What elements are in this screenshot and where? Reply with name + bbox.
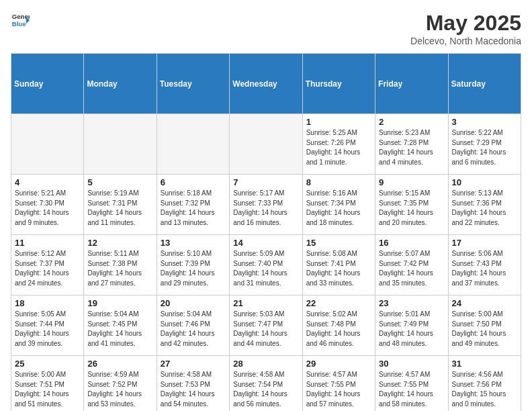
day-number: 12 bbox=[87, 238, 152, 248]
calendar-cell bbox=[230, 114, 302, 175]
calendar-cell: 30Sunrise: 4:57 AM Sunset: 7:55 PM Dayli… bbox=[375, 356, 448, 412]
calendar-cell: 18Sunrise: 5:05 AM Sunset: 7:44 PM Dayli… bbox=[11, 295, 84, 356]
logo-icon: General Blue bbox=[11, 11, 30, 30]
calendar-week-row: 18Sunrise: 5:05 AM Sunset: 7:44 PM Dayli… bbox=[11, 295, 521, 356]
calendar-week-row: 11Sunrise: 5:12 AM Sunset: 7:37 PM Dayli… bbox=[11, 235, 521, 295]
day-number: 5 bbox=[87, 177, 152, 187]
day-info: Sunrise: 5:11 AM Sunset: 7:38 PM Dayligh… bbox=[87, 249, 152, 288]
day-number: 26 bbox=[87, 359, 152, 369]
day-info: Sunrise: 4:58 AM Sunset: 7:54 PM Dayligh… bbox=[233, 370, 298, 409]
svg-text:Blue: Blue bbox=[12, 20, 26, 28]
calendar-cell: 1Sunrise: 5:25 AM Sunset: 7:26 PM Daylig… bbox=[302, 114, 375, 175]
day-info: Sunrise: 5:15 AM Sunset: 7:35 PM Dayligh… bbox=[379, 189, 444, 228]
day-info: Sunrise: 5:13 AM Sunset: 7:36 PM Dayligh… bbox=[452, 189, 517, 228]
day-header: Monday bbox=[84, 54, 157, 114]
day-info: Sunrise: 4:57 AM Sunset: 7:55 PM Dayligh… bbox=[306, 370, 371, 409]
day-number: 9 bbox=[379, 177, 444, 187]
calendar-cell: 2Sunrise: 5:23 AM Sunset: 7:28 PM Daylig… bbox=[375, 114, 448, 175]
calendar-cell: 11Sunrise: 5:12 AM Sunset: 7:37 PM Dayli… bbox=[11, 235, 84, 295]
calendar-cell: 23Sunrise: 5:01 AM Sunset: 7:49 PM Dayli… bbox=[375, 295, 448, 356]
calendar-week-row: 4Sunrise: 5:21 AM Sunset: 7:30 PM Daylig… bbox=[11, 175, 521, 235]
day-info: Sunrise: 4:56 AM Sunset: 7:56 PM Dayligh… bbox=[452, 370, 517, 409]
calendar-cell bbox=[84, 114, 157, 175]
day-info: Sunrise: 5:06 AM Sunset: 7:43 PM Dayligh… bbox=[452, 249, 517, 288]
day-number: 20 bbox=[161, 298, 226, 308]
day-info: Sunrise: 5:07 AM Sunset: 7:42 PM Dayligh… bbox=[379, 249, 444, 288]
day-number: 18 bbox=[15, 298, 80, 308]
day-number: 13 bbox=[161, 238, 226, 248]
day-number: 17 bbox=[452, 238, 517, 248]
day-number: 28 bbox=[233, 359, 298, 369]
calendar-cell: 6Sunrise: 5:18 AM Sunset: 7:32 PM Daylig… bbox=[157, 175, 229, 235]
day-info: Sunrise: 5:12 AM Sunset: 7:37 PM Dayligh… bbox=[15, 249, 80, 288]
day-info: Sunrise: 5:05 AM Sunset: 7:44 PM Dayligh… bbox=[15, 310, 80, 349]
day-info: Sunrise: 5:16 AM Sunset: 7:34 PM Dayligh… bbox=[306, 189, 371, 228]
day-number: 21 bbox=[233, 298, 298, 308]
calendar-cell: 27Sunrise: 4:58 AM Sunset: 7:53 PM Dayli… bbox=[157, 356, 229, 412]
day-info: Sunrise: 5:00 AM Sunset: 7:51 PM Dayligh… bbox=[15, 370, 80, 409]
day-number: 19 bbox=[87, 298, 152, 308]
calendar-cell: 22Sunrise: 5:02 AM Sunset: 7:48 PM Dayli… bbox=[302, 295, 375, 356]
day-number: 4 bbox=[15, 177, 80, 187]
day-info: Sunrise: 4:57 AM Sunset: 7:55 PM Dayligh… bbox=[379, 370, 444, 409]
calendar-cell: 8Sunrise: 5:16 AM Sunset: 7:34 PM Daylig… bbox=[302, 175, 375, 235]
calendar-table: SundayMondayTuesdayWednesdayThursdayFrid… bbox=[11, 53, 521, 411]
calendar-cell: 13Sunrise: 5:10 AM Sunset: 7:39 PM Dayli… bbox=[157, 235, 229, 295]
day-info: Sunrise: 5:10 AM Sunset: 7:39 PM Dayligh… bbox=[161, 249, 226, 288]
day-number: 27 bbox=[161, 359, 226, 369]
day-number: 2 bbox=[379, 117, 444, 127]
day-info: Sunrise: 5:23 AM Sunset: 7:28 PM Dayligh… bbox=[379, 128, 444, 167]
day-header: Sunday bbox=[11, 54, 84, 114]
calendar-cell: 24Sunrise: 5:00 AM Sunset: 7:50 PM Dayli… bbox=[448, 295, 521, 356]
calendar-body: 1Sunrise: 5:25 AM Sunset: 7:26 PM Daylig… bbox=[11, 114, 521, 412]
month-title: May 2025 bbox=[410, 11, 521, 36]
day-number: 8 bbox=[306, 177, 371, 187]
location-subtitle: Delcevo, North Macedonia bbox=[410, 36, 521, 46]
calendar-cell: 25Sunrise: 5:00 AM Sunset: 7:51 PM Dayli… bbox=[11, 356, 84, 412]
calendar-header-row: SundayMondayTuesdayWednesdayThursdayFrid… bbox=[11, 54, 521, 114]
calendar-cell: 5Sunrise: 5:19 AM Sunset: 7:31 PM Daylig… bbox=[84, 175, 157, 235]
day-info: Sunrise: 5:01 AM Sunset: 7:49 PM Dayligh… bbox=[379, 310, 444, 349]
calendar-cell: 20Sunrise: 5:04 AM Sunset: 7:46 PM Dayli… bbox=[157, 295, 229, 356]
day-number: 22 bbox=[306, 298, 371, 308]
day-header: Friday bbox=[375, 54, 448, 114]
day-info: Sunrise: 4:58 AM Sunset: 7:53 PM Dayligh… bbox=[161, 370, 226, 409]
title-block: May 2025 Delcevo, North Macedonia bbox=[410, 11, 521, 46]
day-info: Sunrise: 5:25 AM Sunset: 7:26 PM Dayligh… bbox=[306, 128, 371, 167]
calendar-week-row: 25Sunrise: 5:00 AM Sunset: 7:51 PM Dayli… bbox=[11, 356, 521, 412]
day-info: Sunrise: 5:04 AM Sunset: 7:45 PM Dayligh… bbox=[87, 310, 152, 349]
day-number: 15 bbox=[306, 238, 371, 248]
day-info: Sunrise: 5:18 AM Sunset: 7:32 PM Dayligh… bbox=[161, 189, 226, 228]
calendar-cell: 15Sunrise: 5:08 AM Sunset: 7:41 PM Dayli… bbox=[302, 235, 375, 295]
day-header: Saturday bbox=[448, 54, 521, 114]
page-header: General Blue May 2025 Delcevo, North Mac… bbox=[11, 11, 521, 46]
calendar-cell: 31Sunrise: 4:56 AM Sunset: 7:56 PM Dayli… bbox=[448, 356, 521, 412]
calendar-cell: 17Sunrise: 5:06 AM Sunset: 7:43 PM Dayli… bbox=[448, 235, 521, 295]
calendar-cell: 14Sunrise: 5:09 AM Sunset: 7:40 PM Dayli… bbox=[230, 235, 302, 295]
day-number: 10 bbox=[452, 177, 517, 187]
day-info: Sunrise: 5:08 AM Sunset: 7:41 PM Dayligh… bbox=[306, 249, 371, 288]
calendar-cell: 9Sunrise: 5:15 AM Sunset: 7:35 PM Daylig… bbox=[375, 175, 448, 235]
calendar-cell bbox=[11, 114, 84, 175]
logo: General Blue bbox=[11, 11, 30, 30]
day-number: 29 bbox=[306, 359, 371, 369]
day-info: Sunrise: 5:09 AM Sunset: 7:40 PM Dayligh… bbox=[233, 249, 298, 288]
day-number: 6 bbox=[161, 177, 226, 187]
day-info: Sunrise: 5:00 AM Sunset: 7:50 PM Dayligh… bbox=[452, 310, 517, 349]
day-number: 25 bbox=[15, 359, 80, 369]
calendar-cell: 4Sunrise: 5:21 AM Sunset: 7:30 PM Daylig… bbox=[11, 175, 84, 235]
day-header: Wednesday bbox=[230, 54, 302, 114]
calendar-cell: 3Sunrise: 5:22 AM Sunset: 7:29 PM Daylig… bbox=[448, 114, 521, 175]
day-header: Thursday bbox=[302, 54, 375, 114]
calendar-cell: 16Sunrise: 5:07 AM Sunset: 7:42 PM Dayli… bbox=[375, 235, 448, 295]
day-info: Sunrise: 5:19 AM Sunset: 7:31 PM Dayligh… bbox=[87, 189, 152, 228]
calendar-cell: 7Sunrise: 5:17 AM Sunset: 7:33 PM Daylig… bbox=[230, 175, 302, 235]
day-number: 3 bbox=[452, 117, 517, 127]
day-info: Sunrise: 4:59 AM Sunset: 7:52 PM Dayligh… bbox=[87, 370, 152, 409]
day-info: Sunrise: 5:03 AM Sunset: 7:47 PM Dayligh… bbox=[233, 310, 298, 349]
calendar-cell: 28Sunrise: 4:58 AM Sunset: 7:54 PM Dayli… bbox=[230, 356, 302, 412]
day-info: Sunrise: 5:21 AM Sunset: 7:30 PM Dayligh… bbox=[15, 189, 80, 228]
calendar-cell: 26Sunrise: 4:59 AM Sunset: 7:52 PM Dayli… bbox=[84, 356, 157, 412]
day-header: Tuesday bbox=[157, 54, 229, 114]
calendar-week-row: 1Sunrise: 5:25 AM Sunset: 7:26 PM Daylig… bbox=[11, 114, 521, 175]
